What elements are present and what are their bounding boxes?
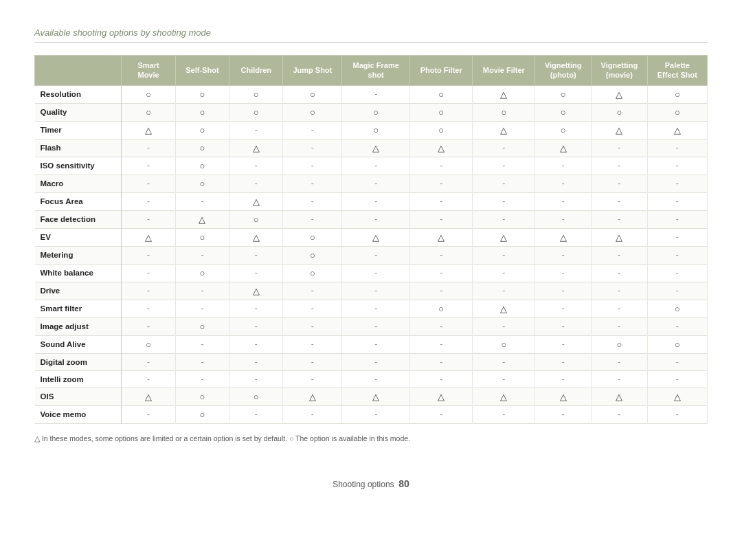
col-header-smart_movie: SmartMovie: [122, 56, 175, 86]
data-cell-children: △: [229, 282, 283, 300]
data-cell-movie_filter: -: [473, 175, 535, 192]
data-cell-vignetting_movie: ○: [592, 103, 648, 121]
feature-name-cell: Digital zoom: [35, 353, 122, 370]
data-cell-jump_shot: ○: [283, 246, 342, 264]
data-cell-vignetting_photo: -: [535, 192, 592, 210]
data-cell-magic_frame: △: [342, 228, 410, 246]
data-cell-self_shot: ○: [175, 264, 229, 282]
data-cell-self_shot: -: [175, 300, 229, 317]
data-cell-smart_movie: -: [122, 210, 175, 228]
table-row: ISO sensitivity-○--------: [35, 157, 708, 175]
data-cell-self_shot: ○: [175, 228, 229, 246]
table-row: White balance-○-○------: [35, 264, 708, 282]
data-cell-vignetting_photo: △: [535, 388, 592, 405]
data-cell-children: ○: [229, 388, 283, 405]
data-cell-magic_frame: -: [342, 264, 410, 282]
data-cell-vignetting_movie: -: [592, 139, 648, 157]
data-cell-movie_filter: -: [473, 405, 535, 423]
data-cell-movie_filter: -: [473, 282, 535, 300]
data-cell-movie_filter: -: [473, 210, 535, 228]
feature-name-cell: Smart filter: [35, 300, 122, 317]
data-cell-palette: -: [647, 264, 707, 282]
data-cell-self_shot: ○: [175, 103, 229, 121]
feature-name-cell: Intelli zoom: [35, 370, 122, 388]
data-cell-jump_shot: -: [283, 139, 342, 157]
data-cell-smart_movie: -: [122, 139, 175, 157]
col-header-children: Children: [229, 56, 283, 86]
table-wrap: SmartMovieSelf-ShotChildrenJump ShotMagi…: [34, 55, 708, 424]
data-cell-magic_frame: ○: [342, 121, 410, 139]
table-row: Face detection-△○-------: [35, 210, 708, 228]
feature-name-cell: Resolution: [35, 85, 122, 103]
data-cell-photo_filter: -: [410, 370, 473, 388]
table-row: Drive--△-------: [35, 282, 708, 300]
data-cell-photo_filter: -: [410, 264, 473, 282]
feature-name-cell: Macro: [35, 175, 122, 192]
data-cell-palette: -: [647, 175, 707, 192]
data-cell-self_shot: ○: [175, 157, 229, 175]
data-cell-vignetting_photo: -: [535, 335, 592, 353]
data-cell-movie_filter: △: [473, 228, 535, 246]
feature-name-cell: Focus Area: [35, 192, 122, 210]
data-cell-smart_movie: -: [122, 300, 175, 317]
data-cell-palette: -: [647, 317, 707, 335]
data-cell-self_shot: -: [175, 353, 229, 370]
data-cell-photo_filter: -: [410, 353, 473, 370]
data-cell-palette: -: [647, 157, 707, 175]
data-cell-photo_filter: -: [410, 210, 473, 228]
data-cell-magic_frame: -: [342, 282, 410, 300]
table-row: Intelli zoom----------: [35, 370, 708, 388]
data-cell-vignetting_photo: -: [535, 282, 592, 300]
data-cell-magic_frame: -: [342, 405, 410, 423]
data-cell-magic_frame: △: [342, 388, 410, 405]
data-cell-smart_movie: -: [122, 282, 175, 300]
feature-name-cell: Drive: [35, 282, 122, 300]
data-cell-magic_frame: -: [342, 300, 410, 317]
data-cell-palette: -: [647, 139, 707, 157]
feature-name-cell: Quality: [35, 103, 122, 121]
data-cell-self_shot: ○: [175, 85, 229, 103]
data-cell-movie_filter: ○: [473, 335, 535, 353]
data-cell-smart_movie: -: [122, 175, 175, 192]
feature-name-cell: EV: [35, 228, 122, 246]
data-cell-jump_shot: △: [283, 388, 342, 405]
data-cell-jump_shot: -: [283, 175, 342, 192]
data-cell-self_shot: -: [175, 282, 229, 300]
data-cell-palette: -: [647, 192, 707, 210]
data-cell-photo_filter: ○: [410, 121, 473, 139]
data-cell-movie_filter: △: [473, 85, 535, 103]
data-cell-vignetting_photo: ○: [535, 103, 592, 121]
table-row: Smart filter-----○△--○: [35, 300, 708, 317]
data-cell-children: △: [229, 228, 283, 246]
data-cell-vignetting_movie: -: [592, 300, 648, 317]
data-cell-vignetting_photo: -: [535, 353, 592, 370]
feature-name-cell: Timer: [35, 121, 122, 139]
data-cell-movie_filter: △: [473, 121, 535, 139]
options-table: SmartMovieSelf-ShotChildrenJump ShotMagi…: [34, 55, 708, 424]
data-cell-children: -: [229, 175, 283, 192]
data-cell-magic_frame: -: [342, 246, 410, 264]
data-cell-vignetting_photo: -: [535, 300, 592, 317]
data-cell-self_shot: △: [175, 210, 229, 228]
data-cell-smart_movie: -: [122, 264, 175, 282]
table-row: Focus Area--△-------: [35, 192, 708, 210]
data-cell-palette: △: [647, 388, 707, 405]
data-cell-photo_filter: △: [410, 228, 473, 246]
table-row: Flash-○△-△△-△--: [35, 139, 708, 157]
col-header-palette: PaletteEffect Shot: [647, 56, 707, 86]
data-cell-smart_movie: ○: [122, 335, 175, 353]
data-cell-smart_movie: ○: [122, 103, 175, 121]
data-cell-children: -: [229, 121, 283, 139]
data-cell-children: ○: [229, 210, 283, 228]
data-cell-jump_shot: -: [283, 210, 342, 228]
data-cell-magic_frame: ○: [342, 103, 410, 121]
data-cell-magic_frame: -: [342, 353, 410, 370]
data-cell-smart_movie: ○: [122, 85, 175, 103]
data-cell-movie_filter: -: [473, 353, 535, 370]
data-cell-photo_filter: ○: [410, 300, 473, 317]
footer-note: △ In these modes, some options are limit…: [34, 434, 708, 445]
data-cell-vignetting_movie: -: [592, 370, 648, 388]
data-cell-magic_frame: △: [342, 139, 410, 157]
data-cell-smart_movie: △: [122, 228, 175, 246]
data-cell-jump_shot: -: [283, 282, 342, 300]
